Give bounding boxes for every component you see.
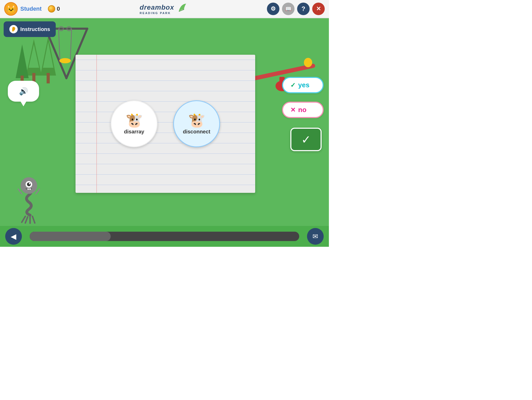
svg-line-31 xyxy=(18,189,22,194)
margin-line xyxy=(96,55,97,193)
coins-area: 0 xyxy=(48,5,60,13)
settings-button[interactable]: ⚙ xyxy=(267,3,279,15)
mail-button[interactable]: ✉ xyxy=(307,228,324,245)
settings-icon: ⚙ xyxy=(271,5,276,12)
speech-bubble[interactable]: 🔊 xyxy=(8,81,39,102)
avatar: 🐱 xyxy=(4,2,18,16)
svg-rect-29 xyxy=(27,189,29,190)
monster-character xyxy=(16,173,47,225)
word-cards: 🐮 disarray 🐮 disconnect xyxy=(111,100,220,147)
ear-icon: 👂 xyxy=(9,25,18,33)
svg-point-18 xyxy=(59,58,71,63)
header-logo: dreambox READING PARK xyxy=(140,3,189,15)
svg-marker-1 xyxy=(29,44,39,68)
word1-label: disarray xyxy=(124,129,144,135)
word2-label: disconnect xyxy=(183,129,210,135)
back-button[interactable]: ◀ xyxy=(5,228,22,245)
cow-emoji-1: 🐮 xyxy=(126,113,143,127)
yes-button[interactable]: ✓ yes xyxy=(282,77,324,93)
word-card-disarray[interactable]: 🐮 disarray xyxy=(111,100,158,147)
svg-line-17 xyxy=(70,29,72,60)
svg-line-16 xyxy=(59,29,60,60)
logo-text-bottom: READING PARK xyxy=(140,11,171,15)
yes-check-icon: ✓ xyxy=(290,82,296,89)
help-button[interactable]: ? xyxy=(297,3,310,15)
bottom-bar: ◀ ✉ xyxy=(0,226,329,247)
svg-rect-30 xyxy=(29,189,31,190)
svg-line-34 xyxy=(25,217,28,223)
svg-line-33 xyxy=(22,216,26,222)
word-card-disconnect[interactable]: 🐮 disconnect xyxy=(173,100,220,147)
instructions-label: Instructions xyxy=(20,26,50,32)
coin-icon xyxy=(48,5,55,13)
progress-bar-container xyxy=(30,232,299,241)
confirm-check-icon: ✓ xyxy=(301,133,311,146)
logo-words: dreambox READING PARK xyxy=(140,3,174,15)
cow-emoji-2: 🐮 xyxy=(188,113,205,127)
header-bar: 🐱 Student 0 dreambox READING PARK ⚙ xyxy=(0,0,329,18)
yes-label: yes xyxy=(298,81,309,89)
close-button[interactable]: ✕ xyxy=(312,3,325,15)
no-label: no xyxy=(298,106,306,114)
svg-point-28 xyxy=(29,183,30,184)
library-button[interactable]: 📖 xyxy=(282,3,295,15)
no-button[interactable]: ✕ no xyxy=(282,102,324,118)
svg-marker-6 xyxy=(16,44,29,78)
mail-icon: ✉ xyxy=(312,232,318,241)
library-icon: 📖 xyxy=(285,6,292,12)
logo-leaf-icon xyxy=(177,2,189,14)
instructions-button[interactable]: 👂 Instructions xyxy=(4,21,56,37)
svg-line-36 xyxy=(33,216,35,223)
student-name: Student xyxy=(20,5,42,12)
progress-bar-fill xyxy=(30,232,111,241)
back-arrow-icon: ◀ xyxy=(11,232,16,241)
ear-symbol: 👂 xyxy=(11,26,16,32)
close-icon: ✕ xyxy=(316,5,321,12)
logo-text-top: dreambox xyxy=(140,3,174,11)
coin-count: 0 xyxy=(57,5,60,12)
worksheet: 🐮 disarray 🐮 disconnect xyxy=(76,55,255,193)
help-icon: ? xyxy=(302,5,305,13)
no-x-icon: ✕ xyxy=(290,106,296,114)
svg-line-32 xyxy=(36,189,40,194)
student-area: 🐱 Student 0 xyxy=(4,2,267,16)
svg-point-24 xyxy=(304,58,312,67)
header-actions: ⚙ 📖 ? ✕ xyxy=(267,3,325,15)
speaker-icon: 🔊 xyxy=(19,87,28,96)
svg-point-27 xyxy=(27,182,31,186)
confirm-button[interactable]: ✓ xyxy=(290,128,322,151)
